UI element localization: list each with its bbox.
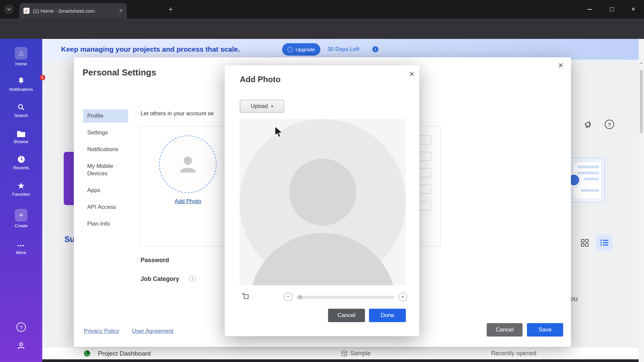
sidebar-item-more[interactable]: ••• More (0, 243, 42, 255)
list-view-icon (600, 239, 609, 246)
settings-nav-api-access[interactable]: API Access (83, 200, 128, 214)
days-left-label: 30 Days Left (327, 39, 359, 60)
add-photo-done-button[interactable]: Done (369, 309, 406, 322)
dashboard-pie-icon (84, 350, 90, 357)
upload-label: Upload (251, 103, 268, 109)
add-photo-link[interactable]: Add Photo (159, 198, 217, 205)
upload-button[interactable]: Upload ▾ (240, 100, 284, 113)
rotate-crop-icon[interactable] (241, 292, 250, 300)
sidebar-item-recents[interactable]: Recents (0, 155, 42, 170)
caret-down-icon: ▾ (271, 104, 273, 109)
photo-preview-area[interactable] (239, 119, 406, 285)
scroll-up-icon[interactable]: ▲ (639, 61, 644, 64)
avatar-placeholder[interactable] (159, 135, 217, 193)
settings-nav: Profile Settings Notifications My Mobile… (83, 109, 128, 234)
new-tab-button[interactable]: + (166, 5, 175, 14)
job-category-info-icon[interactable]: i (189, 276, 196, 282)
settings-nav-plan-info[interactable]: Plan Info (83, 217, 128, 231)
upgrade-button[interactable]: ↑ Upgrade (282, 43, 320, 56)
scrollbar-thumb[interactable] (640, 70, 643, 133)
help-circle-icon[interactable]: ? (605, 120, 614, 129)
browser-tab-strip: ✓ (1) Home - Smartsheet.com ✕ + ✕ (0, 0, 644, 18)
upgrade-arrow-icon: ↑ (287, 47, 293, 52)
tab-close-icon[interactable]: ✕ (119, 8, 123, 13)
job-category-label: Job Category (141, 276, 179, 283)
sidebar-account-button[interactable] (0, 341, 42, 350)
illustration-row (578, 166, 599, 168)
add-photo-cancel-button[interactable]: Cancel (328, 309, 365, 322)
window-minimize-button[interactable] (579, 0, 600, 18)
partial-input-field[interactable] (418, 135, 431, 144)
smartsheet-favicon-icon: ✓ (23, 8, 30, 14)
partial-input-field[interactable] (418, 152, 431, 161)
notification-badge: 1 (40, 75, 45, 80)
sidebar-label-home: Home (15, 61, 27, 66)
settings-nav-apps[interactable]: Apps (83, 184, 128, 197)
settings-nav-profile[interactable]: Profile (83, 109, 128, 123)
star-icon: ★ (17, 181, 25, 190)
zoom-out-button[interactable]: − (284, 293, 292, 301)
sidebar-label-recents: Recents (13, 165, 29, 170)
sidebar-item-create[interactable]: + Create (0, 209, 42, 228)
user-agreement-link[interactable]: User Agreement (132, 328, 173, 335)
partial-input-field[interactable] (418, 185, 431, 194)
sidebar-label-notifications: Notifications (9, 87, 33, 92)
sidebar-item-home[interactable]: ⌂ Home (0, 47, 42, 66)
window-close-button[interactable]: ✕ (623, 0, 644, 18)
list-view-button[interactable] (596, 235, 612, 251)
grid-view-icon[interactable] (581, 239, 589, 247)
settings-nav-mobile-devices[interactable]: My Mobile Devices (83, 160, 128, 180)
window-maximize-button[interactable] (601, 0, 623, 18)
bottom-dark-strip (42, 359, 644, 362)
silhouette-head (289, 159, 356, 226)
recent-item-title[interactable]: Project Dashboard (98, 347, 151, 360)
mouse-cursor (274, 126, 283, 139)
settings-nav-notifications[interactable]: Notifications (83, 143, 128, 156)
zoom-in-button[interactable]: + (398, 293, 407, 301)
info-icon[interactable]: i (372, 46, 378, 52)
browser-toolbar: ← → ⟳ app.smartsheet.com/home ☆ Incognit… (0, 18, 644, 39)
password-label: Password (141, 257, 169, 264)
recent-item-row[interactable]: Project Dashboard Sample Recently opened (42, 347, 644, 359)
browser-tab[interactable]: ✓ (1) Home - Smartsheet.com ✕ (19, 3, 127, 18)
maximize-icon (610, 7, 614, 11)
privacy-policy-link[interactable]: Privacy Policy (84, 328, 119, 335)
add-photo-title: Add Photo (240, 75, 280, 84)
sidebar-item-browse[interactable]: Browse (0, 130, 42, 144)
partial-input-field[interactable] (418, 201, 431, 210)
person-icon (17, 341, 25, 350)
zoom-slider[interactable] (297, 296, 394, 299)
sidebar-label-browse: Browse (14, 139, 28, 144)
zoom-slider-handle[interactable] (298, 295, 302, 299)
window-close-icon: ✕ (631, 6, 635, 12)
settings-close-icon[interactable]: ✕ (558, 61, 564, 69)
legal-links: Privacy Policy User Agreement (84, 328, 173, 335)
settings-save-button[interactable]: Save (527, 323, 563, 337)
illustration-row (578, 172, 599, 174)
profile-intro-text: Let others in your account se (141, 110, 214, 117)
megaphone-icon[interactable] (584, 121, 594, 129)
chevron-down-icon (7, 8, 11, 11)
recent-item-status: Recently opened (491, 347, 536, 360)
tab-title: (1) Home - Smartsheet.com (33, 8, 115, 14)
settings-cancel-button[interactable]: Cancel (487, 323, 523, 337)
settings-nav-settings[interactable]: Settings (83, 126, 128, 139)
sheet-tag-icon (341, 351, 347, 356)
settings-title: Personal Settings (83, 67, 156, 78)
sidebar-item-notifications[interactable]: 1 Notifications (0, 76, 42, 92)
background-purple-card (64, 152, 74, 205)
recent-item-tag: Sample (350, 347, 371, 360)
bell-icon: 1 (17, 76, 25, 85)
ellipsis-icon: ••• (17, 243, 25, 248)
avatar-person-icon (175, 152, 200, 177)
help-icon: ? (16, 322, 26, 332)
sidebar-help-button[interactable]: ? (0, 322, 42, 332)
sidebar-item-search[interactable]: Search (0, 103, 42, 118)
tab-search-button[interactable] (4, 4, 14, 14)
illustration-row (581, 189, 599, 192)
minimize-icon (587, 9, 592, 10)
page-scrollbar[interactable]: ▲ (639, 39, 644, 362)
sidebar-item-favorites[interactable]: ★ Favorites (0, 181, 42, 197)
add-photo-close-icon[interactable]: ✕ (409, 70, 415, 78)
partial-input-field[interactable] (418, 168, 431, 177)
